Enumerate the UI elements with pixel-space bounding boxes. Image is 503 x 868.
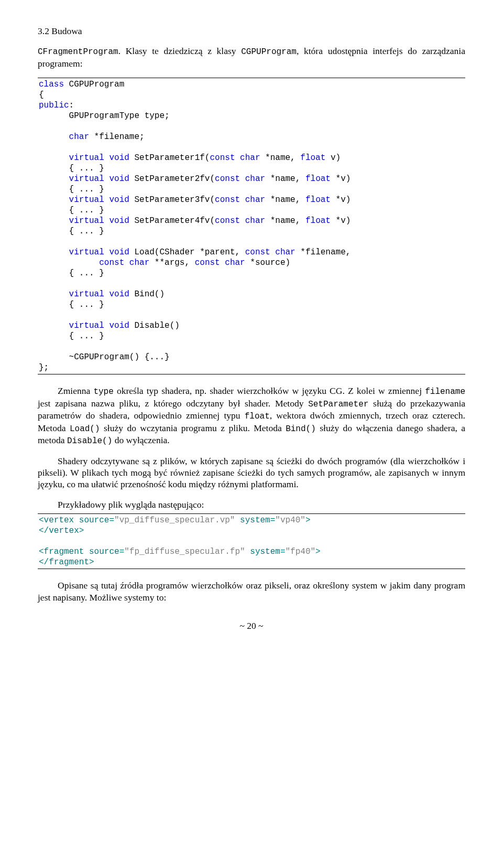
txt: v)	[325, 153, 341, 163]
txt: *v)	[331, 174, 351, 184]
tag: >	[305, 516, 311, 525]
txt: :	[69, 101, 74, 110]
kw: float	[305, 216, 331, 226]
txt: { ... }	[69, 206, 104, 215]
code-inline: CFragmentProgram	[38, 47, 118, 57]
sp	[220, 258, 225, 267]
kw: virtual	[69, 195, 104, 205]
sp	[104, 153, 110, 163]
tag: </vertex>	[39, 526, 84, 535]
txt: *name,	[265, 216, 305, 226]
txt: *filename;	[89, 132, 145, 142]
txt: SetParameter2fv(	[129, 174, 215, 184]
sp	[240, 174, 245, 184]
txt: { ... }	[69, 331, 104, 341]
str: "fp_diffuse_specular.fp"	[124, 547, 245, 556]
sp	[104, 248, 110, 257]
kw: virtual	[69, 153, 104, 163]
kw: const	[210, 153, 235, 163]
txt: *v)	[331, 216, 351, 226]
code-inline: SetParameter	[308, 400, 368, 409]
txt: Bind()	[129, 290, 165, 299]
code-inline: CGPUProgram	[241, 47, 297, 57]
kw: void	[109, 248, 129, 257]
text: do wyłączenia.	[112, 435, 169, 445]
kw: class	[39, 80, 64, 89]
kw: void	[109, 216, 129, 226]
kw: void	[109, 321, 129, 330]
txt: SetParameter3fv(	[129, 195, 215, 205]
sp	[104, 290, 110, 299]
text: określa typ shadera, np. shader wierzcho…	[114, 385, 425, 396]
kw: const	[99, 258, 124, 267]
txt: { ... }	[69, 269, 104, 278]
kw: char	[129, 258, 149, 267]
kw: const	[215, 216, 240, 226]
kw: void	[109, 174, 129, 184]
txt: *name,	[260, 153, 301, 163]
txt: SetParameter4fv(	[129, 216, 215, 226]
paragraph-type: Zmienna type określa typ shadera, np. sh…	[38, 385, 465, 446]
paragraph-summary: Opisane są tutaj źródła programów wierzc…	[38, 580, 465, 603]
code-block-xml: <vertex source="vp_diffuse_specular.vp" …	[38, 513, 465, 569]
kw: float	[300, 153, 325, 163]
sp	[270, 248, 276, 257]
paragraph-shaders: Shadery odczytywane są z plików, w który…	[38, 455, 465, 490]
txt: SetParameter1f(	[129, 153, 210, 163]
kw: virtual	[69, 174, 104, 184]
kw: void	[109, 290, 129, 299]
kw: virtual	[69, 248, 104, 257]
txt: Disable()	[129, 321, 180, 330]
tag: <vertex source=	[39, 516, 114, 525]
tag: </fragment>	[39, 558, 94, 567]
kw: const	[215, 174, 240, 184]
kw: virtual	[69, 321, 104, 330]
txt: { ... }	[69, 227, 104, 236]
section-header: 3.2 Budowa	[38, 25, 465, 37]
text: jest zapisana nazwa pliku, z którego odc…	[38, 398, 308, 409]
kw: char	[69, 132, 89, 142]
txt: {	[39, 90, 44, 100]
tag: <fragment source=	[39, 547, 124, 556]
txt: { ... }	[69, 185, 104, 194]
code-block-class: class CGPUProgram { public: GPUProgramTy…	[38, 78, 465, 374]
sp	[104, 195, 110, 205]
txt: *v)	[331, 195, 351, 205]
kw: char	[275, 248, 295, 257]
txt: **args,	[149, 258, 194, 267]
code-inline: Disable()	[67, 436, 112, 446]
code-inline: Bind()	[286, 424, 316, 434]
txt: *filename,	[296, 248, 351, 257]
text: Zmienna	[58, 385, 93, 396]
kw: char	[245, 216, 265, 226]
kw: public	[39, 101, 69, 110]
sp	[235, 153, 240, 163]
txt: CGPUProgram	[64, 80, 124, 89]
str: "vp_diffuse_specular.vp"	[114, 516, 235, 525]
sp	[104, 321, 110, 330]
kw: float	[305, 174, 331, 184]
kw: char	[225, 258, 245, 267]
code-inline: float	[245, 412, 270, 421]
sp	[104, 174, 110, 184]
txt: ~CGPUProgram() {...}	[69, 352, 170, 362]
code-inline: Load()	[70, 424, 100, 434]
kw: virtual	[69, 216, 104, 226]
sp	[240, 216, 245, 226]
kw: const	[215, 195, 240, 205]
tag: system=	[245, 547, 286, 556]
text: . Klasy te dziedziczą z klasy	[118, 46, 242, 56]
txt: { ... }	[69, 300, 104, 309]
kw: void	[109, 195, 129, 205]
txt: *name,	[265, 195, 305, 205]
kw: char	[240, 153, 260, 163]
kw: virtual	[69, 290, 104, 299]
kw: float	[305, 195, 331, 205]
kw: void	[109, 153, 129, 163]
sp	[104, 216, 110, 226]
txt: };	[39, 363, 49, 372]
tag: >	[315, 547, 321, 556]
txt: { ... }	[69, 164, 104, 173]
text: służy do wczytania programu z pliku. Met…	[100, 423, 286, 433]
txt: *name,	[265, 174, 305, 184]
